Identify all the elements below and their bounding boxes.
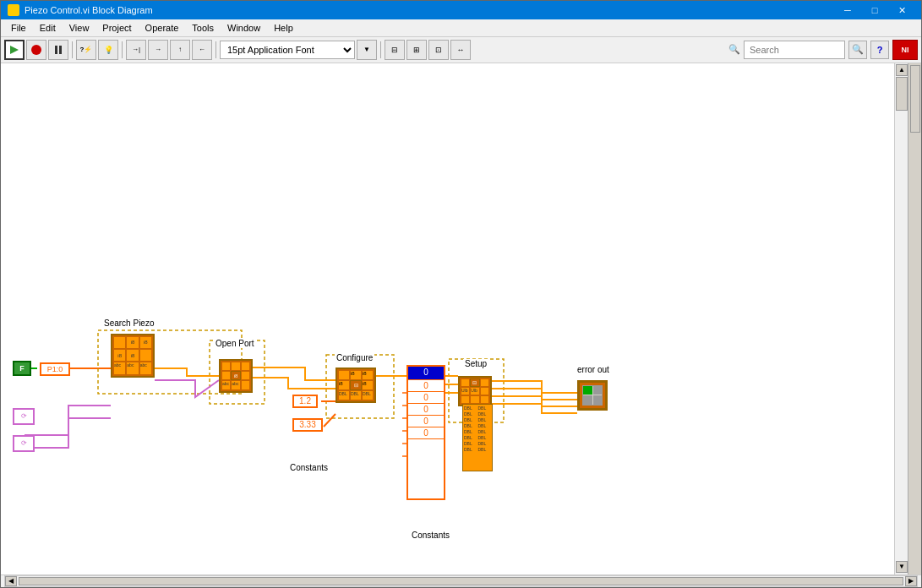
search-button[interactable]: 🔍	[848, 41, 867, 59]
scrollbar-vertical[interactable]: ▲ ▼	[894, 63, 908, 574]
close-button[interactable]: ✕	[889, 1, 914, 19]
toolbar-right: 🔍 🔍 ? NI	[728, 40, 918, 60]
menu-tools[interactable]: Tools	[185, 21, 221, 35]
loop-connector-2: ⟳	[13, 435, 35, 452]
title-bar-left: Piezo Control.vi Block Diagram	[8, 4, 153, 16]
abort-button[interactable]	[26, 40, 46, 60]
context-help-button[interactable]: ?⚡	[76, 40, 96, 60]
open-port-label: Open Port	[214, 339, 256, 348]
right-panel-control[interactable]	[910, 65, 920, 133]
menu-project[interactable]: Project	[95, 21, 138, 35]
reorder-button[interactable]: ↔	[450, 40, 471, 60]
block-diagram-canvas[interactable]: F P1:0 ⟳ ⟳ Search Piezo i8 i8 i8 i8 abc	[1, 63, 908, 574]
setup-block[interactable]: ⊟ Ulb Ulb	[458, 376, 492, 406]
setup-label: Setup	[463, 359, 488, 368]
status-bar: ◀ ▶	[1, 574, 921, 587]
step-out-button[interactable]: ↑	[170, 40, 190, 60]
menu-window[interactable]: Window	[221, 21, 267, 35]
step-back-button[interactable]: ←	[192, 40, 212, 60]
svg-marker-0	[10, 46, 19, 54]
title-bar-controls: ─ □ ✕	[835, 1, 914, 19]
pause-button[interactable]	[48, 40, 68, 60]
search-piezo-block[interactable]: i8 i8 i8 i8 abc abc abc	[111, 334, 155, 378]
help-button[interactable]: ?	[870, 41, 889, 59]
configure-label: Configure	[335, 353, 374, 362]
menu-operate[interactable]: Operate	[139, 21, 186, 35]
scrollbar-horizontal[interactable]: ◀ ▶	[4, 575, 918, 587]
main-area: F P1:0 ⟳ ⟳ Search Piezo i8 i8 i8 i8 abc	[1, 63, 921, 574]
toolbar-sep-3	[215, 41, 216, 58]
toolbar-sep-2	[122, 41, 123, 58]
menu-edit[interactable]: Edit	[33, 21, 63, 35]
menu-bar: File Edit View Project Operate Tools Win…	[1, 19, 921, 37]
loop-connector-1: ⟳	[13, 408, 35, 425]
constants-label-1: Constants	[288, 463, 330, 472]
toolbar-sep-1	[72, 41, 73, 58]
resize-button[interactable]: ⊡	[428, 40, 449, 60]
font-select[interactable]: 15pt Application Font	[220, 41, 355, 59]
app-icon	[8, 4, 19, 16]
configure-block[interactable]: i8 i8 i8 ⊟ i8 DBL DBL DBL	[336, 368, 376, 403]
window-title: Piezo Control.vi Block Diagram	[25, 5, 153, 15]
distribute-button[interactable]: ⊞	[406, 40, 427, 60]
toolbar-sep-4	[380, 41, 381, 58]
step-over-button[interactable]: →	[148, 40, 168, 60]
f-terminal: F	[13, 361, 31, 376]
minimize-button[interactable]: ─	[835, 1, 860, 19]
align-button[interactable]: ⊟	[385, 40, 405, 60]
constant-1-2: 1.2	[292, 395, 318, 408]
run-button[interactable]	[4, 40, 25, 60]
numeric-array: 0 0 0 0 0 0	[406, 365, 445, 500]
dbl-cluster: DBLDBL DBLDBL DBLDBL DBLDBL DBLDBL DBLDB…	[462, 404, 493, 471]
search-piezo-label: Search Piezo	[102, 318, 155, 328]
constant-3-33: 3.33	[292, 418, 323, 432]
app-window: Piezo Control.vi Block Diagram ─ □ ✕ Fil…	[0, 0, 922, 588]
right-panel	[908, 63, 921, 574]
error-cluster-block[interactable]	[577, 380, 608, 411]
constants-label-2: Constants	[410, 531, 451, 540]
step-into-button[interactable]: →|	[126, 40, 146, 60]
toolbar: ?⚡ 💡 →| → ↑ ← 15pt Application Font ▼ ⊟ …	[1, 37, 921, 63]
search-input[interactable]	[744, 41, 845, 59]
font-arrow-button[interactable]: ▼	[357, 40, 377, 60]
menu-file[interactable]: File	[4, 21, 33, 35]
highlight-button[interactable]: 💡	[98, 40, 118, 60]
menu-view[interactable]: View	[63, 21, 96, 35]
ni-logo: NI	[892, 40, 918, 60]
maximize-button[interactable]: □	[862, 1, 887, 19]
open-port-block[interactable]: i8 abc abc	[219, 359, 253, 393]
p1-label: P1:0	[40, 362, 70, 376]
menu-help[interactable]: Help	[267, 21, 300, 35]
error-out-label: error out	[576, 365, 611, 374]
svg-line-8	[324, 414, 336, 427]
title-bar: Piezo Control.vi Block Diagram ─ □ ✕	[1, 1, 921, 19]
